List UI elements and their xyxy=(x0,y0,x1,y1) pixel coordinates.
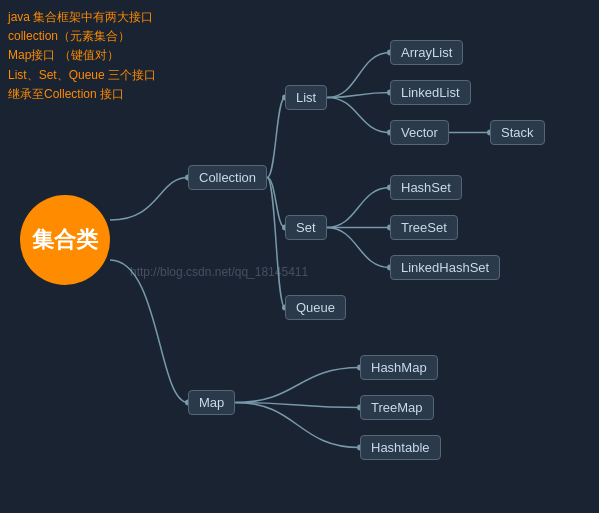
node-treemap: TreeMap xyxy=(360,395,434,420)
node-hashmap: HashMap xyxy=(360,355,438,380)
watermark: http://blog.csdn.net/qq_18145411 xyxy=(130,265,308,279)
node-hashtable: Hashtable xyxy=(360,435,441,460)
info-line-1: java 集合框架中有两大接口 xyxy=(8,8,156,27)
node-center: 集合类 xyxy=(20,195,110,285)
node-linkedlist: LinkedList xyxy=(390,80,471,105)
node-map: Map xyxy=(188,390,235,415)
info-line-3: Map接口 （键值对） xyxy=(8,46,156,65)
node-vector: Vector xyxy=(390,120,449,145)
node-stack: Stack xyxy=(490,120,545,145)
info-line-5: 继承至Collection 接口 xyxy=(8,85,156,104)
node-hashset: HashSet xyxy=(390,175,462,200)
node-treeset: TreeSet xyxy=(390,215,458,240)
node-linkedhashset: LinkedHashSet xyxy=(390,255,500,280)
node-queue: Queue xyxy=(285,295,346,320)
info-line-2: collection（元素集合） xyxy=(8,27,156,46)
node-arraylist: ArrayList xyxy=(390,40,463,65)
node-set: Set xyxy=(285,215,327,240)
node-collection: Collection xyxy=(188,165,267,190)
node-list: List xyxy=(285,85,327,110)
info-box: java 集合框架中有两大接口 collection（元素集合） Map接口 （… xyxy=(8,8,156,104)
info-line-4: List、Set、Queue 三个接口 xyxy=(8,66,156,85)
